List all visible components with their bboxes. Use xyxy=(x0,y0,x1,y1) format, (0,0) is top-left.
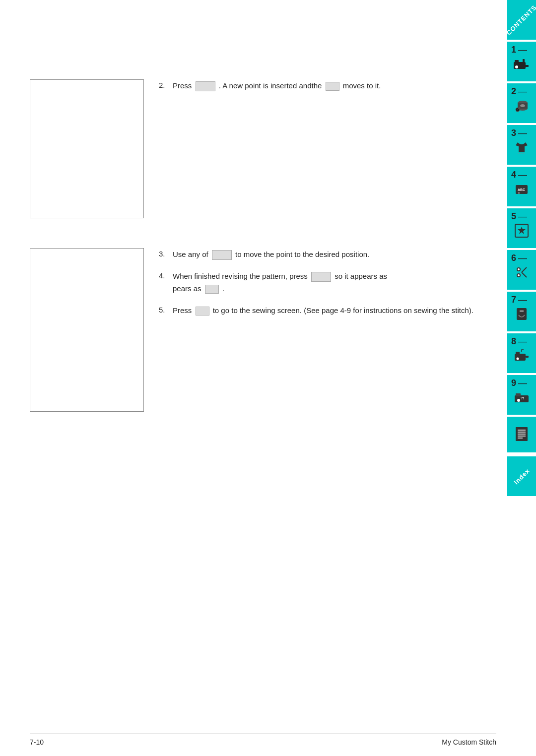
step3-number: 3. xyxy=(159,248,173,260)
tab-8-number: 8 xyxy=(511,336,516,347)
svg-point-9 xyxy=(520,104,525,107)
svg-rect-27 xyxy=(516,393,521,396)
scissors-icon xyxy=(513,263,531,285)
svg-rect-23 xyxy=(516,352,520,355)
star-frame-icon xyxy=(513,222,531,243)
sidebar-tab-7[interactable]: 7 — xyxy=(507,292,536,331)
contents-label: CONTENTS xyxy=(507,3,536,37)
step4-part1: When finished revising the pattern, pres… xyxy=(173,272,308,280)
step2-middle-text: . A new point is inserted andthe xyxy=(219,81,322,90)
step5-text: Press to go to the sewing screen. (See p… xyxy=(173,304,473,317)
step3-button-placeholder xyxy=(212,250,232,260)
tab-1-dash: — xyxy=(518,45,527,55)
instruction-item-2: 2. Press . A new point is inserted andth… xyxy=(159,79,482,92)
tab-9-number: 9 xyxy=(511,378,516,388)
instruction-item-3: 3. Use any of to move the point to the d… xyxy=(159,248,482,261)
image-box-top xyxy=(30,79,144,218)
tab-5-number: 5 xyxy=(511,211,516,222)
step2-cursor-placeholder xyxy=(326,82,339,91)
sidebar-tab-1[interactable]: 1 — xyxy=(507,42,536,81)
instruction-item-5: 5. Press to go to the sewing screen. (Se… xyxy=(159,304,482,317)
sidebar-tab-2[interactable]: 2 — xyxy=(507,83,536,123)
step2-text: Press . A new point is inserted andthe m… xyxy=(173,79,381,92)
sidebar-tab-3[interactable]: 3 — xyxy=(507,125,536,165)
svg-rect-24 xyxy=(526,356,529,358)
step4-inline-img xyxy=(205,285,219,294)
index-label: Index xyxy=(512,467,531,486)
svg-point-3 xyxy=(515,65,518,68)
step2-instruction: 2. Press . A new point is inserted andth… xyxy=(159,79,482,101)
step5-press-label: Press xyxy=(173,306,192,315)
step5-part2: to go to the sewing screen. (See page 4-… xyxy=(213,306,473,315)
step2-button-placeholder xyxy=(196,81,215,91)
section-bottom: 3. Use any of to move the point to the d… xyxy=(30,248,482,412)
sidebar: CONTENTS 1 — 2 — xyxy=(502,0,536,756)
svg-rect-2 xyxy=(523,59,525,64)
svg-point-20 xyxy=(518,274,520,276)
step3-before: Use any of xyxy=(173,250,208,258)
step2-number: 2. xyxy=(159,79,173,91)
tab-3-dash: — xyxy=(518,128,527,138)
tab-5-dash: — xyxy=(518,211,527,222)
svg-text:?!: ?! xyxy=(521,396,524,400)
tab-4-dash: — xyxy=(518,170,527,180)
step4-text: When finished revising the pattern, pres… xyxy=(173,270,387,295)
svg-point-28 xyxy=(517,399,520,402)
shirt-icon xyxy=(513,138,531,160)
svg-rect-4 xyxy=(525,65,529,67)
step3-after: to move the point to the desired positio… xyxy=(235,250,369,258)
step5-button-placeholder xyxy=(196,307,209,315)
sidebar-tab-8[interactable]: 8 — xyxy=(507,333,536,373)
tab-8-dash: — xyxy=(518,336,527,347)
sidebar-tab-index[interactable]: Index xyxy=(507,456,536,496)
tab-3-number: 3 xyxy=(511,128,516,138)
svg-text:ABC: ABC xyxy=(518,188,525,191)
tab-2-number: 2 xyxy=(511,86,516,97)
sewing-machine-icon xyxy=(513,55,531,76)
step2-press-label: Press xyxy=(173,81,192,90)
svg-point-25 xyxy=(517,357,519,360)
section-top: 2. Press . A new point is inserted andth… xyxy=(30,79,482,228)
svg-point-19 xyxy=(518,268,520,270)
needle-icon xyxy=(513,305,531,326)
tab-1-number: 1 xyxy=(511,45,516,55)
step3-text: Use any of to move the point to the desi… xyxy=(173,248,369,261)
step4-part2: so it appears as xyxy=(335,272,387,280)
footer-page: 7-10 xyxy=(30,738,44,746)
sidebar-tab-contents[interactable]: CONTENTS xyxy=(507,0,536,40)
image-box-bottom xyxy=(30,248,144,412)
step5-number: 5. xyxy=(159,304,173,316)
sidebar-tab-6[interactable]: 6 — xyxy=(507,250,536,290)
instruction-item-4: 4. When finished revising the pattern, p… xyxy=(159,270,482,295)
step4-part3-label: pears as xyxy=(173,284,201,293)
sidebar-tab-9[interactable]: 9 — ?! xyxy=(507,375,536,415)
main-content: 2. Press . A new point is inserted andth… xyxy=(0,0,502,756)
sidebar-tab-4[interactable]: 4 — ABC ⚙ xyxy=(507,167,536,206)
tab-4-number: 4 xyxy=(511,170,516,180)
footer-title: My Custom Stitch xyxy=(442,738,496,746)
svg-text:⚙: ⚙ xyxy=(518,191,520,194)
step4-number: 4. xyxy=(159,270,173,282)
step2-after-text: moves to it. xyxy=(343,81,381,90)
tab-9-dash: — xyxy=(518,378,527,388)
svg-rect-1 xyxy=(515,60,519,63)
tab-7-dash: — xyxy=(518,295,527,305)
tab-6-number: 6 xyxy=(511,253,516,263)
machine3-icon: ?! xyxy=(513,388,531,410)
step4-part3: . xyxy=(222,284,224,293)
svg-rect-22 xyxy=(515,354,526,361)
tab-6-dash: — xyxy=(518,253,527,263)
sidebar-notes-tab[interactable] xyxy=(507,417,536,452)
notes-icon xyxy=(513,425,531,444)
footer: 7-10 My Custom Stitch xyxy=(30,734,496,746)
svg-marker-16 xyxy=(518,227,526,234)
thread-spool-icon xyxy=(513,97,531,118)
abc-icon: ABC ⚙ xyxy=(513,180,531,201)
sidebar-tab-5[interactable]: 5 — xyxy=(507,208,536,248)
svg-rect-21 xyxy=(517,308,527,320)
machine2-icon xyxy=(513,347,531,368)
tab-2-dash: — xyxy=(518,86,527,97)
steps-3-5-instructions: 3. Use any of to move the point to the d… xyxy=(159,248,482,325)
tab-7-number: 7 xyxy=(511,295,516,305)
step4-button-placeholder xyxy=(311,272,331,282)
